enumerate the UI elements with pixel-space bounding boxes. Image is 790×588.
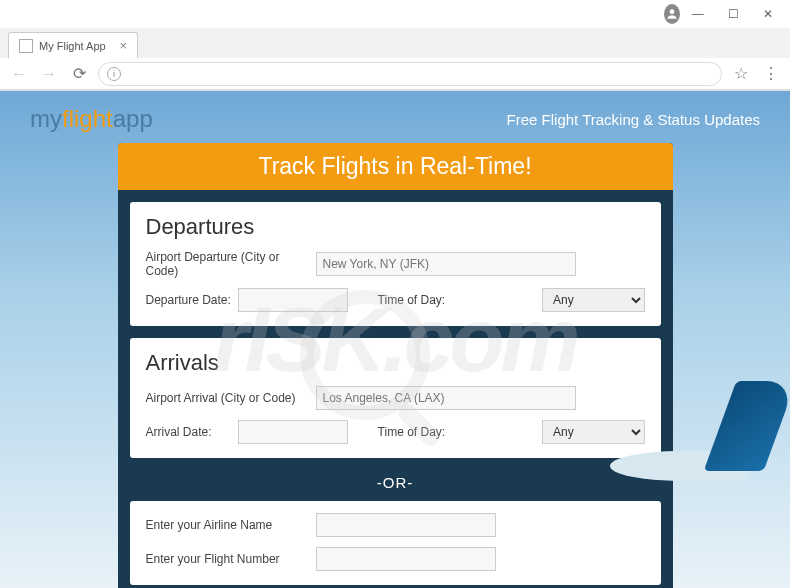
window-maximize-button[interactable]: ☐ (715, 0, 750, 28)
airline-name-input[interactable] (316, 513, 496, 537)
window-titlebar: — ☐ ✕ (0, 0, 790, 28)
departure-date-input[interactable] (238, 288, 348, 312)
departure-airport-input[interactable] (316, 252, 576, 276)
back-button[interactable]: ← (8, 63, 30, 85)
panel-title: Track Flights in Real-Time! (118, 143, 673, 190)
user-icon[interactable] (664, 4, 680, 24)
tab-bar: My Flight App × (0, 28, 790, 58)
arrival-time-of-day-label: Time of Day: (378, 425, 535, 439)
arrival-airport-label: Airport Arrival (City or Code) (146, 391, 316, 405)
tab-title: My Flight App (39, 40, 106, 52)
or-divider: -OR- (130, 470, 661, 501)
flight-number-input[interactable] (316, 547, 496, 571)
departure-date-label: Departure Date: (146, 293, 238, 307)
bookmark-button[interactable]: ☆ (730, 63, 752, 85)
departures-card: Departures Airport Departure (City or Co… (130, 202, 661, 326)
browser-tab[interactable]: My Flight App × (8, 32, 138, 58)
departure-time-of-day-label: Time of Day: (378, 293, 535, 307)
logo: myflightapp (30, 105, 153, 133)
departures-heading: Departures (146, 214, 645, 240)
flight-tracker-panel: Track Flights in Real-Time! Departures A… (118, 143, 673, 588)
logo-part-my: my (30, 105, 62, 132)
airline-name-label: Enter your Airline Name (146, 518, 316, 532)
tagline: Free Flight Tracking & Status Updates (507, 111, 760, 128)
window-minimize-button[interactable]: — (680, 0, 715, 28)
airline-lookup-card: Enter your Airline Name Enter your Fligh… (130, 501, 661, 585)
arrivals-heading: Arrivals (146, 350, 645, 376)
page-content: myflightapp Free Flight Tracking & Statu… (0, 91, 790, 588)
arrival-airport-input[interactable] (316, 386, 576, 410)
arrival-date-label: Arrival Date: (146, 425, 238, 439)
page-header: myflightapp Free Flight Tracking & Statu… (0, 91, 790, 143)
logo-part-flight: flight (62, 105, 113, 132)
browser-toolbar: ← → ⟳ i ☆ ⋮ (0, 58, 790, 90)
svg-point-0 (670, 9, 675, 14)
logo-part-app: app (113, 105, 153, 132)
airplane-image (630, 371, 790, 501)
forward-button[interactable]: → (38, 63, 60, 85)
menu-button[interactable]: ⋮ (760, 63, 782, 85)
arrivals-card: Arrivals Airport Arrival (City or Code) … (130, 338, 661, 458)
arrival-date-input[interactable] (238, 420, 348, 444)
flight-number-label: Enter your Flight Number (146, 552, 316, 566)
departure-airport-label: Airport Departure (City or Code) (146, 250, 316, 278)
window-close-button[interactable]: ✕ (751, 0, 786, 28)
departure-time-of-day-select[interactable]: Any (542, 288, 644, 312)
address-bar[interactable]: i (98, 62, 722, 86)
page-icon (19, 39, 33, 53)
info-icon: i (107, 67, 121, 81)
reload-button[interactable]: ⟳ (68, 63, 90, 85)
close-icon[interactable]: × (119, 38, 127, 53)
